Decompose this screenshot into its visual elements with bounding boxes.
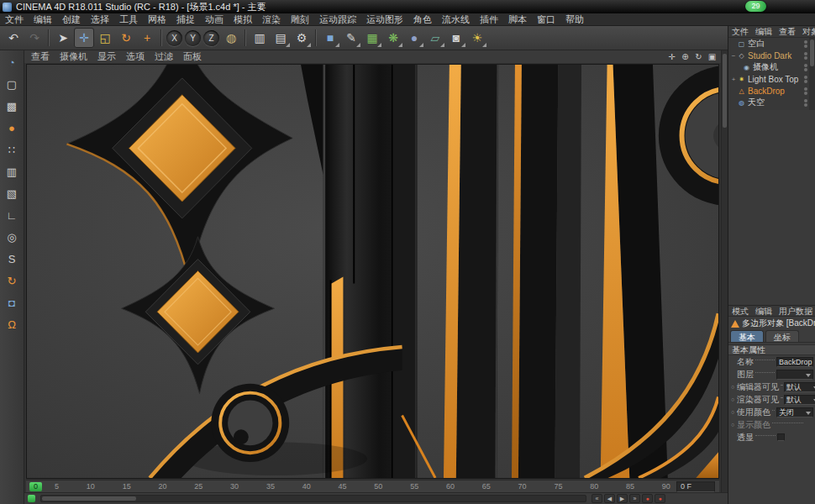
enable-axis-button[interactable]: ∟ — [2, 206, 22, 225]
workplane-mode-button[interactable]: ● — [2, 118, 22, 138]
subdivision-surface-button[interactable]: ▦ — [362, 28, 382, 48]
menu-create[interactable]: 创建 — [57, 13, 86, 26]
object-row-camera[interactable]: ◉ 摄像机 — [728, 61, 809, 73]
title-bar[interactable]: CINEMA 4D R18.011 Studio (RC - R18) - [场… — [0, 0, 815, 13]
live-selection-button[interactable]: ➤ — [53, 28, 73, 48]
viewport-solo-button[interactable]: ◎ — [2, 228, 22, 247]
autokey-icon[interactable]: ● — [655, 494, 665, 503]
tab-coordinates[interactable]: 坐标 — [765, 330, 799, 343]
om-menu-view[interactable]: 查看 — [776, 26, 799, 37]
undo-button[interactable]: ↶ — [3, 28, 24, 48]
use-color-dropdown[interactable]: 关闭 — [776, 407, 813, 417]
model-mode-button[interactable]: ▢ — [2, 75, 22, 94]
play-icon[interactable]: ▶ — [617, 494, 628, 503]
menu-mesh[interactable]: 网格 — [143, 13, 171, 26]
keyframe-dot[interactable]: ○ — [731, 384, 737, 390]
menu-file[interactable]: 文件 — [0, 13, 29, 26]
toggle-view-icon[interactable]: ▣ — [707, 52, 718, 61]
last-tool-button[interactable]: + — [137, 28, 157, 48]
vp-menu-options[interactable]: 选项 — [121, 50, 150, 63]
menu-render[interactable]: 渲染 — [257, 13, 286, 26]
viewport-canvas[interactable] — [26, 64, 719, 479]
am-menu-edit[interactable]: 编辑 — [752, 306, 776, 316]
rotate-tool-button[interactable]: ↻ — [116, 28, 136, 48]
camera-tool-button[interactable]: ◙ — [446, 28, 466, 48]
light-tool-button[interactable]: ☀ — [467, 28, 487, 48]
visibility-dots[interactable] — [804, 76, 807, 83]
om-menu-file[interactable]: 文件 — [728, 26, 752, 37]
expander[interactable]: + — [730, 76, 737, 83]
menu-simulate[interactable]: 模拟 — [229, 13, 257, 26]
menu-character[interactable]: 角色 — [408, 13, 437, 26]
xray-checkbox[interactable] — [777, 433, 785, 441]
name-input[interactable]: BackDrop — [776, 357, 813, 367]
points-mode-button[interactable]: ∷ — [2, 140, 22, 160]
menu-window[interactable]: 窗口 — [532, 13, 560, 26]
menu-mograph[interactable]: 运动图形 — [361, 13, 408, 26]
spline-pen-button[interactable]: ✎ — [341, 28, 361, 48]
object-row-null[interactable]: ▢ 空白 — [728, 38, 809, 50]
magnet-button[interactable]: Ω — [2, 315, 22, 334]
timeline-ruler[interactable]: 0 5 10 15 20 25 30 35 40 45 50 55 60 65 … — [26, 480, 719, 492]
deformer-button[interactable]: ● — [404, 28, 424, 48]
mograph-button[interactable]: ❋ — [383, 28, 403, 48]
om-menu-objects[interactable]: 对象 — [799, 26, 815, 37]
vp-menu-filter[interactable]: 过滤 — [150, 50, 178, 63]
move-tool-button[interactable]: ✛ — [74, 28, 94, 48]
add-primitive-cube-button[interactable]: ■ — [320, 28, 340, 48]
snap-button[interactable]: S — [2, 249, 22, 269]
menu-animate[interactable]: 动画 — [200, 13, 229, 26]
coordinate-system-button[interactable]: ◍ — [221, 28, 241, 48]
lock-x-axis-button[interactable]: X — [166, 30, 182, 46]
orbit-view-icon[interactable]: ↻ — [693, 52, 704, 61]
scale-tool-button[interactable]: ◱ — [95, 28, 115, 48]
visibility-dots[interactable] — [804, 99, 807, 107]
texture-mode-button[interactable]: ▩ — [2, 97, 22, 116]
visibility-dots[interactable] — [804, 64, 807, 71]
expander[interactable]: − — [730, 52, 737, 60]
edges-mode-button[interactable]: ▥ — [2, 162, 22, 181]
pan-view-icon[interactable]: ✛ — [666, 52, 677, 61]
current-frame-field[interactable]: 0 F — [676, 481, 715, 492]
menu-snap[interactable]: 捕捉 — [171, 13, 200, 26]
lock-z-axis-button[interactable]: Z — [203, 30, 219, 46]
object-row-studio-dark[interactable]: − ◇ Studio Dark — [728, 50, 809, 61]
menu-select[interactable]: 选择 — [86, 13, 114, 26]
timeline-playhead[interactable]: 0 — [29, 482, 42, 491]
menu-tools[interactable]: 工具 — [114, 13, 143, 26]
visibility-dots[interactable] — [804, 87, 807, 95]
timeline-scrollbar[interactable] — [40, 495, 586, 502]
play-reverse-icon[interactable]: ◀ — [604, 494, 615, 503]
object-tree-scrollbar[interactable] — [809, 38, 815, 110]
keyframe-dot[interactable]: ○ — [731, 409, 737, 415]
render-visibility-dropdown[interactable]: 默认 — [784, 395, 815, 405]
menu-sculpt[interactable]: 雕刻 — [286, 13, 314, 26]
scrollbar-thumb[interactable] — [723, 54, 727, 128]
vp-menu-cameras[interactable]: 摄像机 — [55, 50, 92, 63]
render-settings-button[interactable]: ⚙ — [292, 28, 312, 48]
visibility-dots[interactable] — [804, 52, 807, 60]
menu-edit[interactable]: 编辑 — [29, 13, 57, 26]
make-editable-button[interactable]: ◔ — [2, 53, 22, 72]
vp-menu-view[interactable]: 查看 — [26, 50, 55, 63]
object-row-light-box-top[interactable]: + ✷ Light Box Top — [728, 73, 809, 85]
menu-motion-tracker[interactable]: 运动跟踪 — [314, 13, 361, 26]
tab-basic[interactable]: 基本 — [730, 330, 764, 343]
menu-help[interactable]: 帮助 — [560, 13, 589, 26]
polygons-mode-button[interactable]: ▧ — [2, 184, 22, 203]
am-menu-user-data[interactable]: 用户数据 — [776, 306, 815, 316]
layer-input[interactable] — [776, 370, 813, 380]
lock-workplane-button[interactable]: ◘ — [2, 293, 22, 312]
goto-end-icon[interactable]: » — [629, 494, 640, 503]
environment-button[interactable]: ▱ — [425, 28, 445, 48]
render-picture-viewer-button[interactable]: ▤ — [271, 28, 291, 48]
om-menu-edit[interactable]: 编辑 — [752, 26, 776, 37]
record-icon[interactable]: ● — [642, 494, 653, 503]
zoom-view-icon[interactable]: ⊕ — [680, 52, 691, 61]
rotate-workplane-button[interactable]: ↻ — [2, 271, 22, 291]
range-start-marker[interactable] — [28, 495, 35, 502]
menu-plugins[interactable]: 插件 — [475, 13, 503, 26]
am-menu-mode[interactable]: 模式 — [728, 306, 752, 316]
redo-button[interactable]: ↷ — [24, 28, 45, 48]
object-row-backdrop[interactable]: △ BackDrop — [728, 85, 809, 97]
